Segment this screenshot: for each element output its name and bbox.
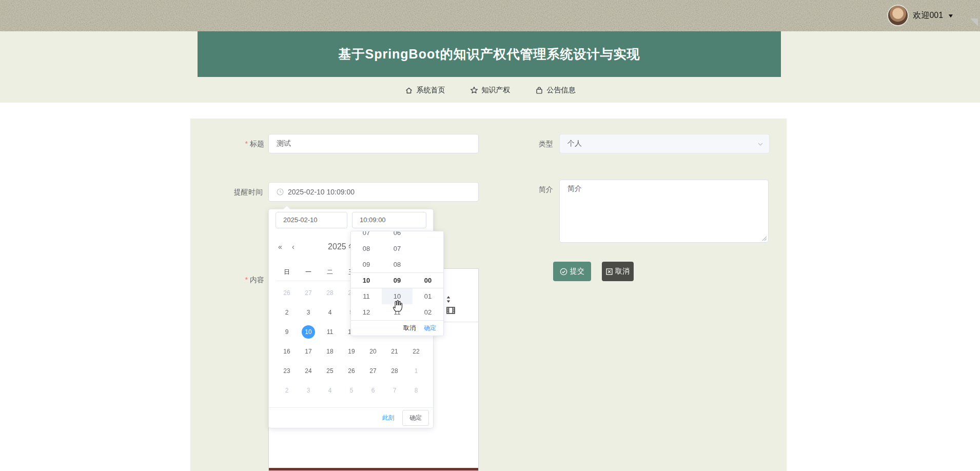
calendar-day[interactable]: 28 — [384, 361, 405, 381]
title-input[interactable]: 测试 — [268, 134, 479, 153]
second-option[interactable]: 02 — [413, 304, 443, 320]
content-label: *内容 — [190, 273, 264, 286]
hour-option[interactable]: 12 — [351, 304, 382, 320]
hour-option[interactable]: 11 — [351, 288, 382, 304]
hours-column: 070809101112 — [351, 231, 382, 320]
cancel-button[interactable]: 取消 — [602, 262, 634, 281]
remind-time-input[interactable]: 2025-02-10 10:09:00 — [268, 182, 479, 202]
intro-textarea[interactable]: 简介 — [559, 180, 769, 243]
hour-option[interactable]: 10 — [351, 272, 382, 288]
calendar-day[interactable]: 3 — [298, 381, 319, 400]
calendar-day[interactable]: 28 — [319, 283, 341, 303]
home-icon — [405, 86, 413, 94]
calendar-day[interactable]: 10 — [298, 322, 319, 342]
hour-option[interactable]: 08 — [351, 241, 382, 257]
noise-texture — [0, 0, 980, 31]
user-menu[interactable]: 欢迎001 ▼ — [888, 6, 953, 25]
time-confirm-button[interactable]: 确定 — [424, 324, 436, 332]
minute-option[interactable]: 06 — [382, 231, 413, 241]
title-value: 测试 — [277, 139, 291, 148]
page-corner-triangle — [970, 18, 978, 26]
nav-label: 公告信息 — [547, 86, 576, 95]
star-icon — [470, 86, 478, 94]
calendar-day[interactable]: 21 — [384, 342, 405, 361]
calendar-day[interactable]: 18 — [319, 342, 341, 361]
required-asterisk: * — [245, 276, 248, 284]
nav-item-ip[interactable]: 知识产权 — [470, 86, 511, 95]
calendar-day[interactable]: 6 — [362, 381, 384, 400]
calendar-day[interactable]: 1 — [405, 361, 427, 381]
main-nav: 系统首页 知识产权 公告信息 — [0, 78, 980, 103]
welcome-text: 欢迎001 — [913, 10, 943, 21]
circle-check-icon — [560, 268, 567, 276]
now-link[interactable]: 此刻 — [382, 414, 395, 422]
banner: 基于SpringBoot的知识产权代管理系统设计与实现 — [198, 31, 781, 77]
minute-option[interactable]: 08 — [382, 257, 413, 272]
nav-label: 系统首页 — [417, 86, 445, 95]
type-select[interactable]: 个人 — [559, 134, 770, 153]
square-close-icon — [606, 268, 613, 275]
calendar-week-row: 16171819202122 — [276, 342, 427, 361]
calendar-day[interactable]: 4 — [319, 381, 341, 400]
weekday-label: 二 — [319, 268, 341, 277]
spinner-columns: 070809101112 060708091011 000102 — [351, 231, 443, 320]
hour-option[interactable]: 07 — [351, 231, 382, 241]
nav-item-home[interactable]: 系统首页 — [405, 86, 445, 95]
type-label: 类型 — [498, 134, 553, 153]
minute-option[interactable]: 10 — [382, 288, 413, 304]
calendar-day[interactable]: 11 — [319, 322, 341, 342]
calendar-day[interactable]: 17 — [298, 342, 319, 361]
calendar-day[interactable]: 26 — [341, 361, 362, 381]
calendar-day[interactable]: 26 — [276, 283, 298, 303]
calendar-day[interactable]: 27 — [298, 283, 319, 303]
calendar-day[interactable]: 25 — [319, 361, 341, 381]
calendar-day[interactable]: 2 — [276, 303, 298, 322]
calendar-day[interactable]: 23 — [276, 361, 298, 381]
time-cancel-button[interactable]: 取消 — [403, 324, 416, 332]
calendar-day[interactable]: 8 — [405, 381, 427, 400]
editor-bottom-bar — [269, 468, 478, 470]
calendar-day[interactable]: 2 — [276, 381, 298, 400]
updown-sort-icon[interactable] — [445, 296, 452, 303]
video-film-icon[interactable] — [446, 306, 455, 315]
submit-button[interactable]: 提交 — [553, 262, 591, 281]
nav-label: 知识产权 — [482, 86, 511, 95]
picker-confirm-button[interactable]: 确定 — [402, 410, 429, 426]
intro-label: 简介 — [498, 180, 553, 199]
resize-handle-icon[interactable] — [762, 236, 767, 241]
minute-option[interactable]: 09 — [382, 272, 413, 288]
minute-option[interactable]: 07 — [382, 241, 413, 257]
picker-date-value: 2025-02-10 — [283, 216, 318, 224]
calendar-day[interactable]: 24 — [298, 361, 319, 381]
calendar-week-row: 2324252627281 — [276, 361, 427, 381]
calendar-day[interactable]: 19 — [341, 342, 362, 361]
form-panel: *标题 测试 类型 个人 提醒时间 2025-02-10 10:09:00 简介… — [190, 119, 787, 471]
hour-option[interactable]: 09 — [351, 257, 382, 272]
page-title: 基于SpringBoot的知识产权代管理系统设计与实现 — [338, 46, 640, 63]
calendar-day[interactable]: 20 — [362, 342, 384, 361]
avatar[interactable] — [888, 6, 908, 25]
calendar-day[interactable]: 27 — [362, 361, 384, 381]
second-option — [413, 257, 443, 272]
calendar-day[interactable]: 9 — [276, 322, 298, 342]
calendar-day[interactable]: 22 — [405, 342, 427, 361]
calendar-day[interactable]: 16 — [276, 342, 298, 361]
picker-time-value: 10:09:00 — [360, 216, 386, 224]
second-option[interactable]: 00 — [413, 272, 443, 288]
type-value: 个人 — [567, 139, 582, 148]
required-asterisk: * — [245, 140, 248, 148]
clock-icon — [277, 188, 284, 195]
nav-item-notice[interactable]: 公告信息 — [535, 86, 576, 95]
top-bar: 欢迎001 ▼ — [0, 0, 980, 31]
calendar-day[interactable]: 5 — [341, 381, 362, 400]
second-option — [413, 241, 443, 257]
picker-date-input[interactable]: 2025-02-10 — [276, 212, 347, 228]
calendar-day[interactable]: 4 — [319, 303, 341, 322]
calendar-day[interactable]: 7 — [384, 381, 405, 400]
weekday-label: 一 — [298, 268, 319, 277]
calendar-day[interactable]: 3 — [298, 303, 319, 322]
second-option[interactable]: 01 — [413, 288, 443, 304]
minute-option[interactable]: 11 — [382, 304, 413, 320]
picker-time-input[interactable]: 10:09:00 — [352, 212, 426, 228]
submit-label: 提交 — [570, 267, 584, 276]
